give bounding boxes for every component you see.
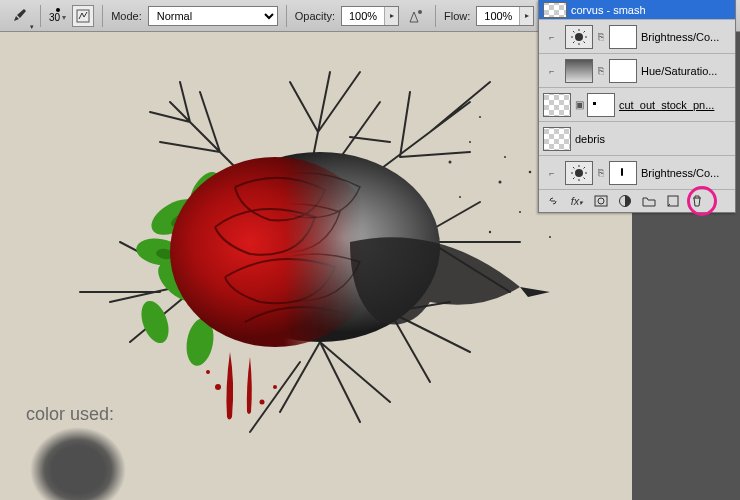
add-adjustment-button[interactable]	[617, 193, 633, 209]
svg-point-31	[504, 156, 506, 158]
flow-label: Flow:	[444, 10, 470, 22]
layer-name[interactable]: debris	[575, 133, 731, 145]
layer-row-selected[interactable]: corvus - smash	[539, 0, 735, 20]
svg-line-52	[584, 167, 586, 169]
svg-point-28	[489, 231, 491, 233]
smart-object-icon: ▣	[575, 99, 583, 110]
layer-name[interactable]: cut_out_stock_pn...	[619, 99, 731, 111]
link-layers-button[interactable]	[545, 193, 561, 209]
chevron-down-icon: ▾	[62, 13, 66, 22]
layer-name[interactable]: Brightness/Co...	[641, 167, 731, 179]
layer-name[interactable]: Brightness/Co...	[641, 31, 731, 43]
artwork-image	[50, 42, 570, 442]
flow-flyout-button[interactable]: ▸	[519, 7, 533, 25]
svg-point-33	[549, 236, 551, 238]
svg-point-26	[499, 181, 502, 184]
paintbrush-icon	[11, 8, 27, 24]
indent-icon: ⌐	[543, 156, 561, 189]
layer-row-brightness-2[interactable]: ⌐ ⎘ Brightness/Co...	[539, 156, 735, 190]
opacity-flyout-button[interactable]: ▸	[384, 7, 398, 25]
svg-point-23	[273, 385, 277, 389]
layer-thumb	[543, 2, 567, 18]
svg-point-30	[459, 196, 461, 198]
svg-point-1	[418, 10, 422, 14]
svg-point-11	[136, 297, 174, 347]
brush-size-value: 30	[49, 12, 60, 23]
pen-pressure-icon	[408, 8, 424, 24]
layer-name[interactable]: Hue/Saturatio...	[641, 65, 731, 77]
adjustment-hue-icon	[565, 59, 593, 83]
layer-mask-thumb[interactable]	[609, 59, 637, 83]
link-icon: ⎘	[597, 65, 605, 76]
opacity-label: Opacity:	[295, 10, 335, 22]
svg-point-24	[449, 161, 452, 164]
svg-point-34	[479, 116, 481, 118]
svg-line-50	[584, 177, 586, 179]
divider	[286, 5, 287, 27]
new-layer-button[interactable]	[665, 193, 681, 209]
layer-thumb	[543, 127, 571, 151]
layer-mask-thumb[interactable]	[587, 93, 615, 117]
layer-thumb	[543, 93, 571, 117]
indent-icon: ⌐	[543, 20, 561, 53]
svg-line-43	[584, 31, 586, 33]
brush-tool-icon[interactable]: ▾	[6, 3, 32, 29]
mode-label: Mode:	[111, 10, 142, 22]
adjustment-brightness-icon	[565, 161, 593, 185]
add-mask-button[interactable]	[593, 193, 609, 209]
adjustment-brightness-icon	[565, 25, 593, 49]
layer-mask-thumb[interactable]	[609, 161, 637, 185]
link-icon: ⎘	[597, 167, 605, 178]
divider	[435, 5, 436, 27]
flow-input[interactable]: 100% ▸	[476, 6, 534, 26]
link-icon: ⎘	[597, 31, 605, 42]
divider	[40, 5, 41, 27]
indent-icon: ⌐	[543, 54, 561, 87]
svg-point-54	[598, 198, 604, 204]
layer-effects-button[interactable]: fx▾	[569, 193, 585, 209]
brush-panel-icon	[76, 9, 90, 23]
svg-point-25	[469, 141, 471, 143]
new-group-button[interactable]	[641, 193, 657, 209]
divider	[102, 5, 103, 27]
delete-layer-button[interactable]	[689, 193, 705, 209]
flow-value: 100%	[477, 10, 519, 22]
layer-name: corvus - smash	[571, 4, 731, 16]
svg-line-51	[573, 177, 575, 179]
brush-panel-toggle[interactable]	[72, 5, 94, 27]
svg-line-42	[573, 41, 575, 43]
layers-panel-footer: fx▾	[539, 190, 735, 212]
svg-point-35	[575, 33, 583, 41]
opacity-value: 100%	[342, 10, 384, 22]
layer-row-brightness[interactable]: ⌐ ⎘ Brightness/Co...	[539, 20, 735, 54]
opacity-input[interactable]: 100% ▸	[341, 6, 399, 26]
svg-point-44	[575, 169, 583, 177]
blend-mode-select[interactable]: Normal	[148, 6, 278, 26]
layer-row-debris[interactable]: debris	[539, 122, 735, 156]
svg-point-32	[529, 171, 532, 174]
layer-mask-thumb[interactable]	[609, 25, 637, 49]
layer-row-hue[interactable]: ⌐ ⎘ Hue/Saturatio...	[539, 54, 735, 88]
svg-point-21	[260, 400, 265, 405]
svg-point-27	[519, 211, 521, 213]
tablet-opacity-toggle[interactable]	[405, 5, 427, 27]
svg-point-20	[215, 384, 221, 390]
annotation-label: color used:	[26, 404, 114, 425]
svg-point-19	[170, 157, 380, 347]
svg-line-49	[573, 167, 575, 169]
layer-row-smartobject[interactable]: ▣ cut_out_stock_pn...	[539, 88, 735, 122]
svg-point-22	[206, 370, 210, 374]
brush-preset-picker[interactable]: 30 ▾	[49, 8, 66, 23]
layers-panel: corvus - smash ⌐ ⎘ Brightness/Co... ⌐ ⎘ …	[538, 0, 736, 213]
svg-line-40	[573, 31, 575, 33]
svg-line-41	[584, 41, 586, 43]
